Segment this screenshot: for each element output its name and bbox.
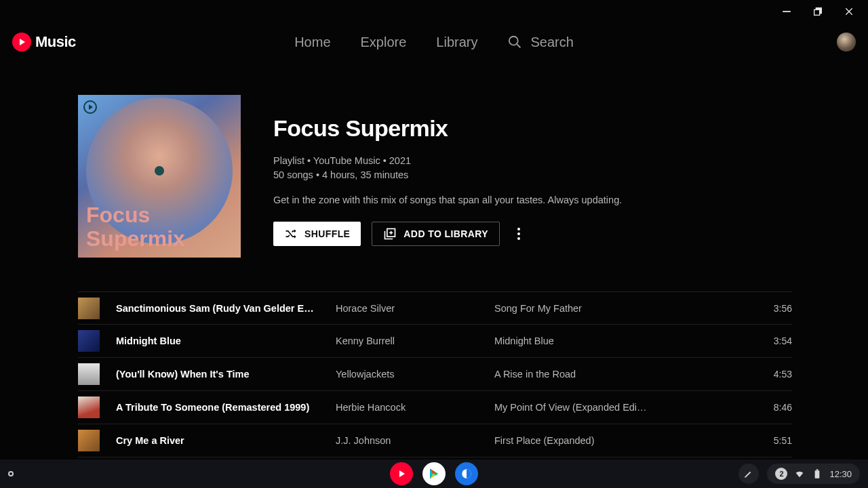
track-album: My Point Of View (Expanded Edi… xyxy=(494,402,743,413)
track-thumb xyxy=(78,363,100,385)
nav-home[interactable]: Home xyxy=(294,35,330,50)
nav-search[interactable]: Search xyxy=(507,35,573,50)
track-thumb xyxy=(78,430,100,451)
app-logo-text: Music xyxy=(35,33,76,51)
track-album: A Rise in the Road xyxy=(494,369,743,380)
track-row[interactable]: Midnight BlueKenny BurrellMidnight Blue3… xyxy=(78,325,792,358)
track-thumb xyxy=(78,330,100,352)
track-duration: 4:53 xyxy=(760,369,792,380)
svg-rect-2 xyxy=(814,9,820,15)
system-taskbar: 2 12:30 xyxy=(0,460,868,488)
autoplay-badge-icon xyxy=(83,100,97,114)
shuffle-button[interactable]: SHUFFLE xyxy=(273,222,361,246)
clock: 12:30 xyxy=(829,469,852,479)
launcher-button[interactable] xyxy=(8,471,14,476)
nav-library[interactable]: Library xyxy=(436,35,477,50)
track-artist: Kenny Burrell xyxy=(336,336,478,346)
shuffle-label: SHUFFLE xyxy=(304,228,350,239)
shuffle-icon xyxy=(284,227,298,241)
track-album: Song For My Father xyxy=(494,303,743,314)
notification-badge: 2 xyxy=(775,468,787,480)
taskbar-app-playstore[interactable] xyxy=(422,462,446,485)
add-to-library-button[interactable]: ADD TO LIBRARY xyxy=(372,222,500,246)
track-artist: Herbie Hancock xyxy=(336,402,478,413)
track-row[interactable]: (You'll Know) When It's TimeYellowjacket… xyxy=(78,358,792,391)
track-album: Midnight Blue xyxy=(494,336,743,346)
close-button[interactable] xyxy=(842,5,856,18)
app-logo[interactable]: Music xyxy=(12,33,76,52)
system-tray[interactable]: 2 12:30 xyxy=(767,464,860,484)
track-album: First Place (Expanded) xyxy=(494,435,743,446)
track-list: Sanctimonious Sam (Rudy Van Gelder Editi… xyxy=(78,291,792,458)
stylus-button[interactable] xyxy=(738,464,759,484)
track-artist: J.J. Johnson xyxy=(336,435,478,446)
track-thumb xyxy=(78,396,100,418)
wifi-icon xyxy=(794,468,805,479)
library-add-icon xyxy=(383,227,397,241)
track-artist: Yellowjackets xyxy=(336,369,478,380)
battery-icon xyxy=(812,468,823,479)
pen-icon xyxy=(743,468,754,479)
svg-rect-0 xyxy=(783,11,791,12)
svg-point-5 xyxy=(509,37,518,45)
svg-rect-16 xyxy=(816,469,818,470)
nav-explore[interactable]: Explore xyxy=(361,35,407,50)
maximize-button[interactable] xyxy=(811,5,825,18)
minimize-button[interactable] xyxy=(780,5,793,18)
add-to-library-label: ADD TO LIBRARY xyxy=(403,228,488,239)
playlist-description: Get in the zone with this mix of songs t… xyxy=(273,195,792,205)
taskbar-app-files[interactable] xyxy=(455,462,478,485)
track-duration: 3:54 xyxy=(760,336,792,346)
nav-search-label: Search xyxy=(530,35,573,50)
svg-line-6 xyxy=(517,44,521,47)
more-options-button[interactable] xyxy=(511,226,527,242)
user-avatar[interactable] xyxy=(837,33,856,52)
playlist-cover[interactable]: Focus Supermix xyxy=(78,95,241,258)
cover-title: Focus Supermix xyxy=(86,203,185,251)
track-title: (You'll Know) When It's Time xyxy=(116,369,319,380)
playlist-meta-2: 50 songs • 4 hours, 35 minutes xyxy=(273,168,792,182)
track-thumb xyxy=(78,298,100,319)
track-title: A Tribute To Someone (Remastered 1999) xyxy=(116,402,319,413)
playlist-title: Focus Supermix xyxy=(273,115,792,142)
playlist-meta-1: Playlist • YouTube Music • 2021 xyxy=(273,154,792,168)
track-duration: 8:46 xyxy=(760,402,792,413)
track-row[interactable]: A Tribute To Someone (Remastered 1999)He… xyxy=(78,391,792,424)
track-row[interactable]: Cry Me a RiverJ.J. JohnsonFirst Place (E… xyxy=(78,424,792,458)
play-icon xyxy=(12,33,31,52)
track-row[interactable]: Sanctimonious Sam (Rudy Van Gelder Editi… xyxy=(78,291,792,325)
track-duration: 3:56 xyxy=(760,303,792,314)
track-title: Cry Me a River xyxy=(116,435,319,446)
top-bar: Music Home Explore Library Search xyxy=(0,26,868,58)
track-title: Midnight Blue xyxy=(116,336,319,346)
search-icon xyxy=(507,35,522,49)
taskbar-app-ytmusic[interactable] xyxy=(390,462,413,485)
track-artist: Horace Silver xyxy=(336,303,478,314)
svg-rect-15 xyxy=(815,470,820,478)
track-title: Sanctimonious Sam (Rudy Van Gelder Editi… xyxy=(116,303,319,314)
track-duration: 5:51 xyxy=(760,435,792,446)
